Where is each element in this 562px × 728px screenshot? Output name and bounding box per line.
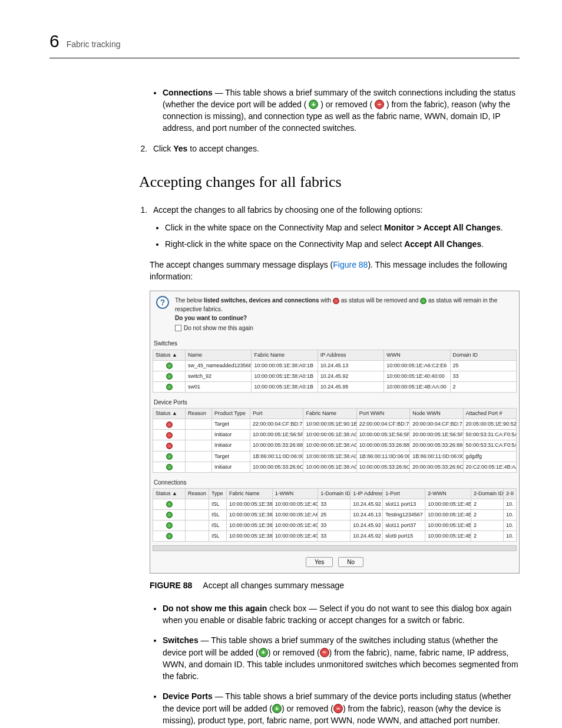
step2-list: Click Yes to accept changes. xyxy=(150,143,520,154)
accept-pre: The accept changes summary message displ… xyxy=(150,260,333,269)
opt-a: Click in the white space on the Connecti… xyxy=(165,222,520,233)
table-header[interactable]: Fabric Name xyxy=(303,409,356,419)
plus-icon xyxy=(420,298,427,304)
step2-pre: Click xyxy=(153,144,173,153)
plus-icon: + xyxy=(272,704,282,713)
minus-icon xyxy=(166,421,173,428)
table-row[interactable]: sw_45_nameadded12356810:00:00:05:1E:38:A… xyxy=(153,360,517,371)
connections-bullet: Connections — This table shows a brief s… xyxy=(163,87,520,134)
opt-b: Right-click in the white space on the Co… xyxy=(165,238,520,250)
table-header[interactable]: Node WWN xyxy=(410,409,463,419)
table-row[interactable]: Target22:00:00:04:CF:BD:71:1B10:00:00:05… xyxy=(153,419,517,430)
table-header[interactable]: 1-Domain ID xyxy=(318,489,351,499)
figure-link[interactable]: Figure 88 xyxy=(333,260,368,269)
table-row[interactable]: sw0110:00:00:05:1E:38:A0:1B10.24.45.9510… xyxy=(153,381,517,392)
figure-text: Accept all changes summary message xyxy=(203,581,344,590)
table-header[interactable]: Domain ID xyxy=(450,350,516,360)
plus-icon xyxy=(166,533,173,539)
device-ports-table: Status ▲ReasonProduct TypePortFabric Nam… xyxy=(153,408,517,472)
no-button[interactable]: No xyxy=(338,557,363,567)
table-header[interactable]: Fabric Name xyxy=(252,350,318,360)
table-row[interactable]: Target1B:86:00:11:0D:06:00:0010:00:00:05… xyxy=(153,451,517,462)
sep: — xyxy=(213,88,226,97)
minus-icon: − xyxy=(375,100,384,109)
table-header[interactable]: Status ▲ xyxy=(153,350,186,360)
table-row[interactable]: ISL10:00:00:05:1E:38:A0:1B10:00:00:05:1E… xyxy=(153,521,517,531)
horizontal-scrollbar[interactable] xyxy=(153,545,517,551)
table-header[interactable]: 2-Domain ID xyxy=(471,489,504,499)
table-header[interactable]: 2-WWN xyxy=(425,489,471,499)
table-header[interactable]: WWN xyxy=(384,350,450,360)
plus-icon xyxy=(166,512,173,518)
switches-section-label: Switches xyxy=(150,337,519,348)
table-row[interactable]: switch_9210:00:00:05:1E:38:A0:1B10.24.45… xyxy=(153,371,517,381)
plus-icon: + xyxy=(259,648,268,657)
opt-a-bold: Monitor > Accept All Changes xyxy=(384,223,501,232)
msg-a: The below xyxy=(175,297,204,304)
table-row[interactable]: Initiator10:00:00:05:33:26:88:3E10:00:00… xyxy=(153,440,517,451)
page-header: 6 Fabric tracking xyxy=(49,28,520,58)
plus-icon xyxy=(166,363,173,369)
figure-label: FIGURE 88 xyxy=(150,581,192,590)
table-row[interactable]: ISL10:00:00:05:1E:38:A0:1B10:00:00:05:1E… xyxy=(153,499,517,510)
table-header[interactable]: 1-WWN xyxy=(272,489,318,499)
table-header[interactable]: IP Address xyxy=(318,350,384,360)
table-header[interactable]: Name xyxy=(186,350,252,360)
continue-text: Do you want to continue? xyxy=(175,315,247,321)
opt-a-pre: Click in the white space on the Connecti… xyxy=(165,223,384,232)
figure-caption: FIGURE 88Accept all changes summary mess… xyxy=(150,579,520,591)
bullet-device-ports: Device Ports — This table shows a brief … xyxy=(163,690,520,726)
minus-icon xyxy=(333,298,339,304)
table-row[interactable]: ISL10:00:00:05:1E:38:A0:1B10:00:00:05:1E… xyxy=(153,510,517,521)
bullet-do-not-show: Do not show me this again check box — Se… xyxy=(163,602,520,627)
table-header[interactable]: Port xyxy=(250,409,303,419)
table-header[interactable]: 1-Port xyxy=(383,489,425,499)
table-row[interactable]: ISL10:00:00:05:1E:38:A0:1B10:00:00:05:1E… xyxy=(153,531,517,542)
chapter-number: 6 xyxy=(49,28,59,54)
b-b: ) or removed ( xyxy=(268,648,320,657)
connections-table: Status ▲ReasonTypeFabric Name1-WWN1-Doma… xyxy=(153,488,517,542)
minus-icon xyxy=(166,443,173,449)
c-b: ) or removed ( xyxy=(282,704,333,713)
table-header[interactable]: Product Type xyxy=(212,409,250,419)
minus-icon xyxy=(166,432,173,439)
opt-b-post: . xyxy=(481,239,484,249)
table-header[interactable]: Port WWN xyxy=(356,409,409,419)
table-header[interactable]: Status ▲ xyxy=(153,489,186,499)
plus-icon xyxy=(166,501,173,508)
chapter-title: Fabric tracking xyxy=(67,38,121,50)
table-row[interactable]: Initiator10:00:00:05:1E:56:5F:B110:00:00… xyxy=(153,430,517,440)
plus-icon xyxy=(166,373,173,380)
table-header[interactable]: Status ▲ xyxy=(153,409,186,419)
table-header[interactable]: Type xyxy=(209,489,227,499)
plus-icon xyxy=(166,522,173,529)
plus-icon xyxy=(166,384,173,390)
table-row[interactable]: Initiator10:00:00:05:33:26:6C:E510:00:00… xyxy=(153,462,517,472)
switches-table: Status ▲NameFabric NameIP AddressWWNDoma… xyxy=(153,350,517,393)
plus-icon xyxy=(166,453,173,460)
accept-all-dialog: ? The below listed switches, devices and… xyxy=(150,291,520,574)
table-header[interactable]: Fabric Name xyxy=(227,489,273,499)
section-heading: Accepting changes for all fabrics xyxy=(139,171,520,193)
checkbox-label: Do not show me this again xyxy=(184,324,253,332)
lower-bullets: Do not show me this again check box — Se… xyxy=(163,602,520,727)
a-bold: Do not show me this again xyxy=(163,604,267,613)
table-header[interactable]: 2-II xyxy=(504,489,517,499)
table-header[interactable]: Reason xyxy=(186,409,212,419)
table-header[interactable]: Reason xyxy=(186,489,209,499)
opt-a-post: . xyxy=(501,223,503,232)
step1-intro: Accept the changes to all fabrics by cho… xyxy=(153,205,423,215)
text-b: ) or removed ( xyxy=(320,100,372,109)
yes-button[interactable]: Yes xyxy=(306,557,333,567)
opt-b-bold: Accept All Changes xyxy=(404,239,481,249)
table-header[interactable]: Attached Port # xyxy=(463,409,516,419)
bullet-switches: Switches — This table shows a brief summ… xyxy=(163,634,520,682)
opt-b-pre: Right-click in the white space on the Co… xyxy=(165,239,404,249)
checkbox-icon[interactable] xyxy=(175,325,181,331)
step1-list: Accept the changes to all fabrics by cho… xyxy=(150,204,520,251)
device-ports-section-label: Device Ports xyxy=(150,396,519,407)
c-bold: Device Ports xyxy=(163,691,213,701)
table-header[interactable]: 1-IP Address xyxy=(351,489,383,499)
step2-suf: to accept changes. xyxy=(187,144,259,153)
do-not-show-checkbox[interactable]: Do not show me this again xyxy=(175,324,513,332)
